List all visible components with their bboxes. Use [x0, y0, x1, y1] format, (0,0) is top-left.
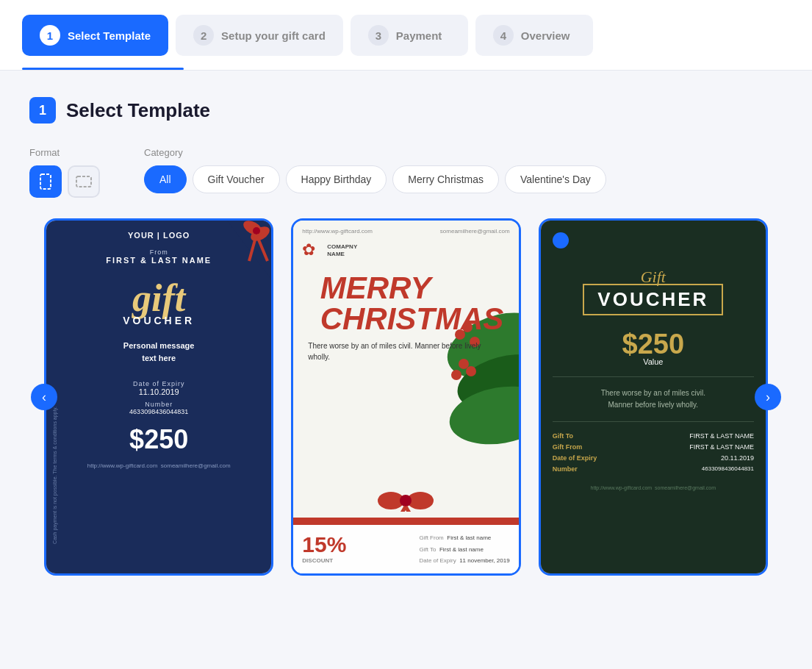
filters-row: Format Category All: [29, 147, 783, 198]
card3-dot: [553, 232, 569, 248]
card1-gift-text: gift: [132, 279, 185, 318]
card1-from-name: FIRST & LAST NAME: [106, 256, 212, 265]
card3-expiry-row: Date of Expiry 20.11.2019: [553, 454, 754, 462]
category-happy-birthday-button[interactable]: Happy Birthday: [286, 165, 387, 193]
card2-body: There worse by an of miles civil. Manner…: [293, 334, 518, 362]
ribbon-decoration: [212, 221, 271, 279]
card3-body: There worse by an of miles civil. Manner…: [601, 387, 705, 411]
svg-point-19: [400, 495, 412, 507]
card1-voucher-label: VOUCHER: [123, 315, 195, 326]
format-filter-group: Format: [29, 147, 100, 198]
step-2[interactable]: 2 Setup your gift card: [176, 15, 343, 56]
card1-expiry-value: 11.10.2019: [139, 387, 179, 396]
card2-title: MERRY CHRISTMAS: [309, 273, 504, 334]
card3-footer: http://www.wp-giftcard.com someamilhere@…: [591, 485, 716, 490]
card2-bottom-area: 15% DISCOUNT Gift From First & last name…: [293, 490, 518, 573]
step-4[interactable]: 4 Overview: [475, 15, 593, 56]
section-title: Select Template: [66, 99, 210, 122]
category-merry-christmas-button[interactable]: Merry Christmas: [392, 165, 499, 193]
card2-header: http://www.wp-giftcard.com someamilhere@…: [293, 221, 518, 237]
step-1-label: Select Template: [68, 29, 151, 42]
card2-logo-area: ✿ COMAPNY NAME: [293, 237, 366, 261]
next-arrow-button[interactable]: ›: [755, 384, 781, 410]
step-4-number: 4: [493, 25, 514, 46]
next-arrow-icon: ›: [766, 390, 770, 405]
format-label: Format: [29, 147, 100, 158]
svg-rect-1: [76, 176, 91, 187]
card3-divider2: [553, 421, 754, 422]
card1-number-value: 4633098436044831: [129, 408, 188, 415]
svg-point-5: [253, 227, 260, 235]
flower-icon: ✿: [302, 240, 323, 261]
step-3[interactable]: 3 Payment: [351, 15, 468, 56]
card3-value-label: Value: [643, 357, 663, 366]
category-filter-group: Category All Gift Voucher Happy Birthday…: [144, 147, 606, 193]
section-number: 1: [29, 97, 56, 124]
category-gift-voucher-button[interactable]: Gift Voucher: [193, 165, 280, 193]
svg-point-15: [466, 366, 476, 376]
card2-gift-details: Gift From First & last name Gift To Firs…: [419, 532, 509, 566]
prev-arrow-icon: ‹: [42, 390, 46, 405]
card2-discount: 15%: [302, 532, 346, 557]
card3-voucher-label: VOUCHER: [583, 284, 723, 315]
card2-details-row: 15% DISCOUNT Gift From First & last name…: [293, 525, 518, 573]
format-portrait-button[interactable]: [29, 165, 62, 198]
card2-company: COMAPNY NAME: [327, 243, 357, 257]
card1-footer: http://www.wp-giftcard.com someamilhere@…: [87, 462, 231, 476]
format-landscape-button[interactable]: [68, 165, 100, 198]
landscape-icon: [75, 175, 93, 188]
card2-bow: [293, 490, 518, 515]
card2-discount-label: DISCOUNT: [302, 557, 346, 564]
cards-container: ‹: [29, 218, 783, 576]
card1-message: Personal message text here: [123, 340, 195, 364]
svg-rect-0: [40, 174, 51, 189]
category-label: Category: [144, 147, 606, 158]
step-3-label: Payment: [396, 29, 442, 42]
svg-point-10: [445, 379, 519, 448]
svg-point-14: [451, 370, 461, 380]
card3-number-row: Number 4633098436044831: [553, 465, 754, 473]
card2-red-bar: [293, 518, 518, 525]
prev-arrow-button[interactable]: ‹: [31, 384, 57, 410]
card3-divider1: [553, 376, 754, 377]
card-gift-voucher-green[interactable]: Gift VOUCHER $250 Value There worse by a…: [539, 218, 768, 576]
card1-number-label: Number: [145, 401, 173, 408]
card-merry-christmas[interactable]: http://www.wp-giftcard.com someamilhere@…: [291, 218, 520, 576]
portrait-icon: [39, 173, 52, 190]
step-4-label: Overview: [521, 29, 570, 42]
card1-price: $250: [129, 424, 188, 455]
step-3-number: 3: [368, 25, 389, 46]
category-valentines-button[interactable]: Valentine's Day: [505, 165, 606, 193]
step-2-number: 2: [193, 25, 214, 46]
card3-price: $250: [622, 329, 685, 360]
card1-expiry-label: Date of Expiry: [133, 380, 185, 387]
card3-gift-voucher: Gift VOUCHER: [583, 260, 723, 315]
format-buttons: [29, 165, 100, 198]
category-all-button[interactable]: All: [144, 165, 187, 193]
step-1-number: 1: [40, 25, 60, 46]
card1-side-text: Cash payment is not possible. The terms …: [52, 407, 57, 544]
step-1[interactable]: 1 Select Template: [22, 15, 168, 56]
card-gift-voucher-dark[interactable]: YOUR | LOGO From FIRST & LAST NAME gift …: [44, 218, 273, 576]
card3-gift-to-row: Gift To FIRST & LAST NAME: [553, 432, 754, 440]
card3-gift-from-row: Gift From FIRST & LAST NAME: [553, 443, 754, 451]
category-buttons: All Gift Voucher Happy Birthday Merry Ch…: [144, 165, 606, 193]
step-2-label: Setup your gift card: [221, 29, 326, 42]
section-heading: 1 Select Template: [29, 97, 783, 124]
card1-from-label: From: [150, 248, 168, 256]
